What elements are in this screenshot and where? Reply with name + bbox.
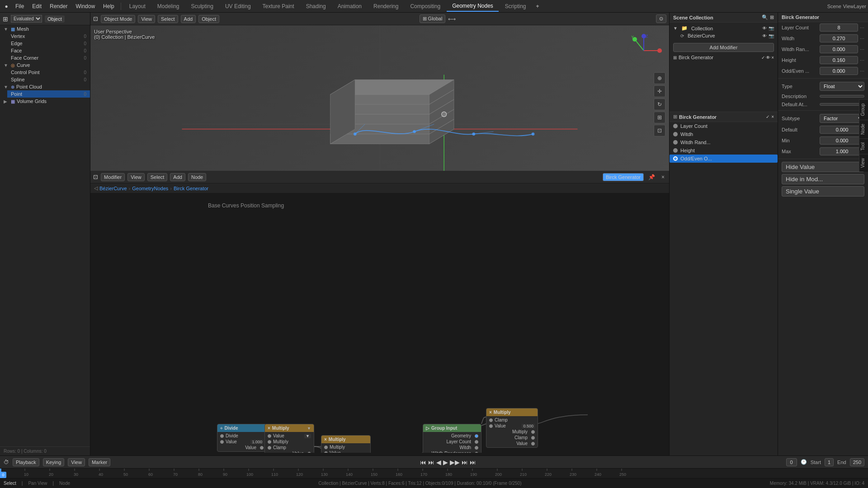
prop-defat-val[interactable] xyxy=(820,103,864,106)
node-editor-area[interactable]: ⊡ Modifier View Select Add Node Birck Ge… xyxy=(90,171,669,455)
viewport-object-btn[interactable]: Object xyxy=(198,15,219,23)
3d-canvas[interactable]: User Perspective (0) Collection | Bézier… xyxy=(90,25,669,183)
vtab-tool[interactable]: Tool xyxy=(859,138,868,154)
vtab-node[interactable]: Node xyxy=(859,120,868,138)
ws-geometry-nodes[interactable]: Geometry Nodes xyxy=(447,1,499,12)
tree-vertex[interactable]: Vertex 0 xyxy=(7,33,90,40)
prop-h-arr[interactable]: ⋯ xyxy=(860,58,864,63)
ws-shading[interactable]: Shading xyxy=(301,1,331,11)
bc-group[interactable]: Birck Generator xyxy=(174,186,208,191)
side-item-layer-count[interactable]: Layer Count xyxy=(670,122,778,130)
prop-wr-arr[interactable]: ⋯ xyxy=(860,47,864,52)
pin-icon[interactable]: 📌 xyxy=(646,173,657,181)
node-multiply-3[interactable]: × Multiply Clamp Value 0.500 xyxy=(486,408,538,448)
sc-obj-eye[interactable]: 👁 xyxy=(762,33,767,38)
prop-default-val[interactable]: 0.000 xyxy=(820,126,864,134)
vtab-group[interactable]: Group xyxy=(859,99,868,120)
group-name-btn[interactable]: Birck Generator xyxy=(603,173,644,181)
tree-face[interactable]: Face 0 xyxy=(7,47,90,54)
prop-oe-value[interactable]: 0.000 xyxy=(820,67,858,75)
tree-point-cloud[interactable]: ▼ ⊕ Point Cloud xyxy=(0,83,90,90)
ws-compositing[interactable]: Compositing xyxy=(405,1,446,11)
timeline-ruler[interactable]: 0 10 20 30 40 50 60 70 80 xyxy=(0,469,868,478)
ws-layout[interactable]: Layout xyxy=(124,1,151,11)
hide-in-mod-btn[interactable]: Hide in Mod... xyxy=(782,174,864,184)
marker-btn[interactable]: Marker xyxy=(89,458,110,466)
tree-face-corner[interactable]: Face Corner 0 xyxy=(7,54,90,61)
viewport-select-btn[interactable]: Select xyxy=(158,15,178,23)
prop-lc-value[interactable]: 8 xyxy=(820,23,858,32)
play-last[interactable]: ⏭ xyxy=(470,459,476,466)
prop-oe-arr[interactable]: ⋯ xyxy=(860,69,864,74)
prop-w-value[interactable]: 0.270 xyxy=(820,34,858,42)
tree-volume[interactable]: ▶ ▦ Volume Grids xyxy=(0,98,90,105)
side-item-height[interactable]: Height xyxy=(670,146,778,155)
tl-view-btn[interactable]: View xyxy=(68,458,85,466)
ws-texture[interactable]: Texture Paint xyxy=(257,1,300,11)
ws-sculpting[interactable]: Sculpting xyxy=(186,1,219,11)
tree-control-point[interactable]: Control Point 0 xyxy=(7,69,90,76)
ne-view-btn[interactable]: View xyxy=(127,173,145,181)
play-btn[interactable]: ▶ xyxy=(443,459,448,466)
ne-add-btn[interactable]: Add xyxy=(170,173,185,181)
datablock-select[interactable]: Evaluated xyxy=(11,15,42,23)
prop-max-val[interactable]: 1.000 xyxy=(820,147,864,155)
play-next-key[interactable]: ▶▶ xyxy=(450,459,460,466)
viewport-view-btn[interactable]: View xyxy=(138,15,155,23)
start-value[interactable]: 1 xyxy=(825,458,834,466)
tool-rotate[interactable]: ↻ xyxy=(654,99,665,110)
ws-rendering[interactable]: Rendering xyxy=(368,1,404,11)
prop-h-value[interactable]: 0.160 xyxy=(820,56,858,64)
node-divide[interactable]: ÷ Divide Divide Value 1.000 xyxy=(217,424,267,452)
playback-btn[interactable]: Playback xyxy=(13,458,39,466)
menu-render[interactable]: Render xyxy=(46,2,71,10)
menu-help[interactable]: Help xyxy=(99,2,118,10)
mod-eye[interactable]: 👁 xyxy=(766,55,770,60)
play-prev[interactable]: ⏭ xyxy=(428,459,434,466)
node-group-input-2[interactable]: ▷ Group Input Geometry Layer Count xyxy=(423,424,481,453)
prop-wr-value[interactable]: 0.000 xyxy=(820,45,858,53)
keying-btn[interactable]: Keying xyxy=(43,458,65,466)
sc-search[interactable]: 🔍 xyxy=(762,14,768,20)
play-prev-key[interactable]: ◀ xyxy=(436,459,441,466)
hide-value-btn[interactable]: Hide Value xyxy=(782,162,864,172)
tool-move[interactable]: ✛ xyxy=(654,85,665,97)
viewport-add-btn[interactable]: Add xyxy=(181,15,196,23)
mod-check[interactable]: ✓ xyxy=(761,55,765,60)
bc-object[interactable]: BézierCurve xyxy=(99,186,127,191)
sc-filter[interactable]: ⊞ xyxy=(770,14,774,20)
sc-col-eye[interactable]: 👁 xyxy=(762,26,767,31)
object-mode-btn[interactable]: Object Mode xyxy=(101,15,135,23)
ws-uv[interactable]: UV Editing xyxy=(220,1,256,11)
single-value-btn[interactable]: Single Value xyxy=(782,186,864,197)
menu-window[interactable]: Window xyxy=(72,2,99,10)
nsp-check[interactable]: ✓ xyxy=(766,114,769,119)
mod-x[interactable]: × xyxy=(771,55,774,60)
ne-modifier-btn[interactable]: Modifier xyxy=(101,173,125,181)
tree-point[interactable]: Point 0 xyxy=(7,90,90,98)
ws-scripting[interactable]: Scripting xyxy=(500,1,532,11)
add-modifier-btn[interactable]: Add Modifier xyxy=(673,43,774,52)
prop-desc-val[interactable] xyxy=(820,95,864,98)
tool-scale[interactable]: ⊞ xyxy=(654,112,665,123)
sc-obj-camera[interactable]: 📷 xyxy=(769,33,774,38)
side-item-witdh[interactable]: Witdh xyxy=(670,130,778,138)
sc-col-camera[interactable]: 📷 xyxy=(769,26,774,31)
vtab-view[interactable]: View xyxy=(859,154,868,172)
3d-viewport[interactable]: ⊡ Object Mode View Select Add Object ⊞ G… xyxy=(90,13,669,171)
end-value[interactable]: 250 xyxy=(850,458,864,466)
prop-subtype-select[interactable]: Factor Angle Distance xyxy=(820,114,864,123)
tree-edge[interactable]: Edge 0 xyxy=(7,40,90,47)
ne-select-btn[interactable]: Select xyxy=(147,173,168,181)
ws-modeling[interactable]: Modeling xyxy=(152,1,185,11)
frame-display[interactable]: 0 xyxy=(786,458,797,466)
overlay-btn[interactable]: ⊙ xyxy=(656,14,666,23)
global-orient-btn[interactable]: ⊞ Global xyxy=(420,14,446,23)
prop-min-val[interactable]: 0.000 xyxy=(820,136,864,145)
bc-geonodes[interactable]: GeometryNodes xyxy=(132,186,168,191)
ws-add[interactable]: + xyxy=(533,2,543,10)
ws-animation[interactable]: Animation xyxy=(332,1,367,11)
node-multiply-1[interactable]: × Multiply ▼ Value ▼ xyxy=(264,424,314,453)
play-next[interactable]: ⏭ xyxy=(462,459,468,466)
prop-type-select[interactable]: Float Integer Boolean Vector xyxy=(820,82,864,91)
